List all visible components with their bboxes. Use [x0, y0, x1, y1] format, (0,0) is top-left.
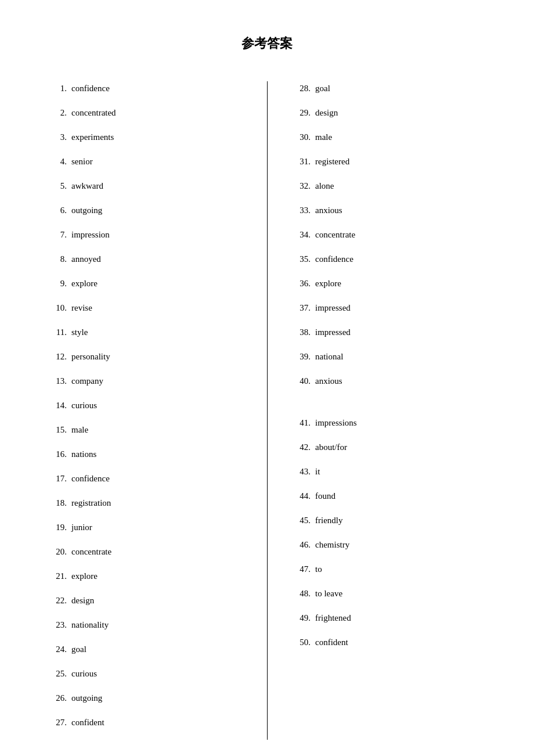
item-answer: confidence — [71, 84, 110, 93]
item-answer: national — [315, 352, 343, 361]
list-item: 43.it — [290, 465, 488, 478]
list-item: 21.explore — [46, 569, 250, 583]
item-answer: outgoing — [71, 693, 102, 703]
item-answer: registration — [71, 498, 111, 507]
list-item: 37.impressed — [290, 301, 488, 315]
item-number: 29. — [290, 106, 311, 120]
item-number: 47. — [290, 562, 311, 576]
item-number: 34. — [290, 228, 311, 242]
item-answer: alone — [315, 181, 334, 190]
item-answer: confidence — [315, 254, 353, 264]
list-item: 23.nationality — [46, 618, 250, 632]
item-number: 46. — [290, 538, 311, 552]
item-number: 12. — [46, 350, 67, 363]
item-answer: anxious — [315, 376, 342, 386]
list-item: 42.about/for — [290, 440, 488, 454]
item-answer: nationality — [71, 620, 109, 629]
item-answer: concentrate — [71, 547, 111, 556]
list-item: 36.explore — [290, 276, 488, 290]
item-number: 7. — [46, 228, 67, 242]
item-number: 45. — [290, 513, 311, 527]
item-answer: registered — [315, 157, 349, 166]
list-item: 8.annoyed — [46, 252, 250, 266]
item-number: 1. — [46, 81, 67, 95]
item-answer: senior — [71, 157, 93, 166]
list-item: 34.concentrate — [290, 228, 488, 242]
item-number: 22. — [46, 593, 67, 607]
list-item: 12.personality — [46, 350, 250, 363]
item-answer: chemistry — [315, 540, 349, 549]
item-answer: about/for — [315, 442, 347, 452]
item-answer: company — [71, 376, 103, 386]
item-answer: found — [315, 491, 335, 501]
list-item: 39.national — [290, 350, 488, 363]
item-number: 16. — [46, 447, 67, 461]
item-answer: male — [315, 132, 332, 142]
item-answer: experiments — [71, 132, 114, 142]
item-number: 43. — [290, 465, 311, 478]
item-answer: impression — [71, 230, 110, 239]
item-answer: impressed — [315, 303, 351, 312]
list-item: 33.anxious — [290, 203, 488, 217]
item-answer: goal — [71, 645, 86, 654]
item-number: 18. — [46, 496, 67, 510]
item-answer: style — [71, 327, 88, 337]
list-item: 20.concentrate — [46, 545, 250, 559]
page-title: 参考答案 — [46, 35, 488, 52]
list-item: 27.confident — [46, 715, 250, 729]
list-item: 30.male — [290, 130, 488, 144]
item-number: 48. — [290, 586, 311, 600]
item-number: 8. — [46, 252, 67, 266]
list-item: 38.impressed — [290, 325, 488, 339]
item-answer: concentrated — [71, 108, 116, 117]
list-item: 2.concentrated — [46, 106, 250, 120]
item-number: 41. — [290, 416, 311, 430]
item-answer: it — [315, 467, 320, 476]
list-item: 45.friendly — [290, 513, 488, 527]
item-number: 10. — [46, 301, 67, 315]
list-item: 28.goal — [290, 81, 488, 95]
item-number: 11. — [46, 325, 67, 339]
item-number: 50. — [290, 635, 311, 649]
list-item: 41.impressions — [290, 416, 488, 430]
list-item: 6.outgoing — [46, 203, 250, 217]
item-answer: nations — [71, 449, 96, 459]
item-answer: confidence — [71, 474, 110, 483]
item-number: 44. — [290, 489, 311, 503]
list-item: 26.outgoing — [46, 691, 250, 705]
list-item: 48.to leave — [290, 586, 488, 600]
item-number: 26. — [46, 691, 67, 705]
item-answer: awkward — [71, 181, 103, 190]
item-answer: outgoing — [71, 206, 102, 215]
item-answer: curious — [71, 401, 97, 410]
item-answer: annoyed — [71, 254, 101, 264]
list-item: 19.junior — [46, 520, 250, 534]
item-answer: design — [71, 596, 94, 605]
item-number: 23. — [46, 618, 67, 632]
item-answer: goal — [315, 84, 330, 93]
list-item: 9.explore — [46, 276, 250, 290]
item-number: 40. — [290, 374, 311, 388]
list-item: 47.to — [290, 562, 488, 576]
list-item: 50.confident — [290, 635, 488, 649]
item-number: 14. — [46, 398, 67, 412]
list-item: 25.curious — [46, 667, 250, 681]
item-answer: male — [71, 425, 88, 434]
list-item: 14.curious — [46, 398, 250, 412]
item-number: 20. — [46, 545, 67, 559]
list-item: 40.anxious — [290, 374, 488, 388]
list-item: 13.company — [46, 374, 250, 388]
item-answer: revise — [71, 303, 92, 312]
content-area: 1.confidence2.concentrated3.experiments4… — [46, 81, 488, 740]
list-item: 31.registered — [290, 154, 488, 168]
item-number: 9. — [46, 276, 67, 290]
list-item: 16.nations — [46, 447, 250, 461]
item-answer: anxious — [315, 206, 342, 215]
item-number: 15. — [46, 423, 67, 437]
right-column: 28.goal29.design30.male31.registered32.a… — [267, 81, 488, 740]
item-number: 35. — [290, 252, 311, 266]
item-number: 38. — [290, 325, 311, 339]
item-answer: frightened — [315, 613, 351, 622]
item-answer: impressed — [315, 327, 351, 337]
item-answer: concentrate — [315, 230, 355, 239]
